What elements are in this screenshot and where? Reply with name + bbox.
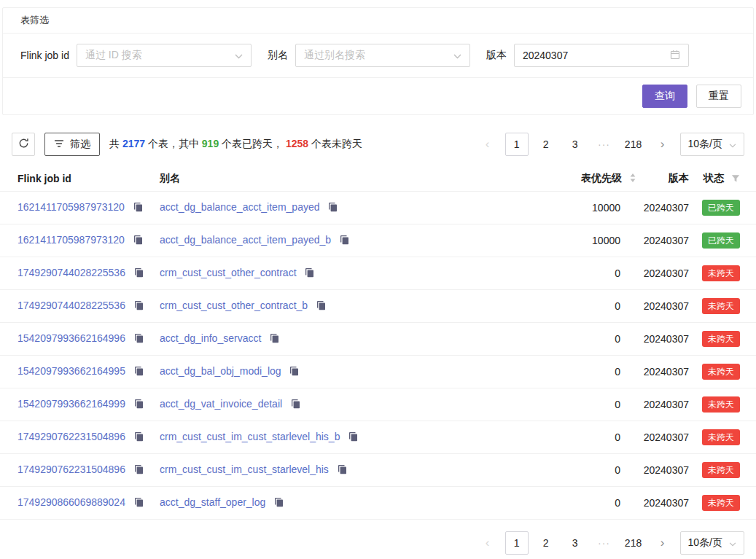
copy-icon[interactable] xyxy=(134,497,144,509)
flink-job-id-cell: 1749290762231504896 xyxy=(0,454,160,487)
flink-job-id-link[interactable]: 1749290762231504896 xyxy=(17,431,125,442)
header-priority-label: 表优先级 xyxy=(581,172,622,184)
reset-button[interactable]: 重置 xyxy=(696,85,741,108)
copy-icon[interactable] xyxy=(134,267,144,280)
alias-link[interactable]: acct_dg_balance_acct_item_payed_b xyxy=(160,234,331,246)
copy-icon[interactable] xyxy=(133,235,143,247)
toolbar: 筛选 共 2177 个表，其中 919 个表已跨天， 1258 个表未跨天 ‹ … xyxy=(12,133,744,156)
pagination-page[interactable]: 1 xyxy=(505,531,529,555)
pagination-page[interactable]: 2 xyxy=(534,531,558,555)
priority-cell: 0 xyxy=(527,257,636,290)
pagination-page[interactable]: 3 xyxy=(564,133,587,156)
sort-icon[interactable] xyxy=(626,173,636,185)
table-row: 1542097993662164995 acct_dg_bal_obj_modi… xyxy=(0,356,756,388)
flink-job-id-link[interactable]: 1749290762231504896 xyxy=(17,464,125,475)
status-badge: 未跨天 xyxy=(702,364,740,380)
field-version: 版本 20240307 xyxy=(486,44,689,67)
flink-job-id-label: Flink job id xyxy=(20,50,69,61)
copy-icon[interactable] xyxy=(338,464,347,477)
priority-cell: 0 xyxy=(527,290,636,323)
flink-job-id-link[interactable]: 1749290744028225536 xyxy=(17,267,125,278)
flink-job-id-select[interactable]: 通过 ID 搜索 xyxy=(77,44,252,67)
copy-icon[interactable] xyxy=(289,366,299,378)
page-size-value: 10条/页 xyxy=(688,138,722,151)
pagination-page-last[interactable]: 218 xyxy=(622,531,645,555)
copy-icon[interactable] xyxy=(270,333,279,345)
copy-icon[interactable] xyxy=(328,202,338,214)
version-cell: 20240307 xyxy=(636,487,695,520)
table-row: 1749290744028225536 crm_cust_cust_other_… xyxy=(0,257,756,290)
copy-icon[interactable] xyxy=(340,235,349,247)
page-size-select[interactable]: 10条/页 xyxy=(680,531,744,555)
pagination-next[interactable]: › xyxy=(651,531,674,555)
flink-job-id-link[interactable]: 1542097993662164999 xyxy=(17,398,125,410)
copy-icon[interactable] xyxy=(348,431,358,444)
pagination-bottom: ‹ 1 2 3 ··· 218 › 10条/页 xyxy=(476,531,744,555)
version-cell: 20240307 xyxy=(636,192,695,224)
summary-mid1: 个表，其中 xyxy=(145,138,202,149)
alias-cell: crm_cust_cust_im_cust_starlevel_his_b xyxy=(160,421,527,454)
flink-job-id-link[interactable]: 1542097993662164995 xyxy=(17,365,125,377)
alias-link[interactable]: acct_dg_bal_obj_modi_log xyxy=(160,365,281,377)
header-version: 版本 xyxy=(636,166,695,192)
alias-link[interactable]: acct_dg_balance_acct_item_payed xyxy=(160,201,320,213)
field-alias: 别名 通过别名搜索 xyxy=(268,44,470,67)
filter-button-label: 筛选 xyxy=(70,138,90,151)
flink-job-id-link[interactable]: 1749290866069889024 xyxy=(17,496,125,508)
version-date-input[interactable]: 20240307 xyxy=(514,44,689,67)
alias-link[interactable]: crm_cust_cust_other_contract xyxy=(160,267,297,278)
table-row: 1749290866069889024 acct_dg_staff_oper_l… xyxy=(0,487,756,520)
filter-buttons-row: 查询 重置 xyxy=(3,77,753,114)
alias-link[interactable]: acct_dg_vat_invoice_detail xyxy=(160,398,282,410)
table-row: 1749290744028225536 crm_cust_cust_other_… xyxy=(0,290,756,323)
pagination-ellipsis[interactable]: ··· xyxy=(593,537,616,549)
copy-icon[interactable] xyxy=(291,399,300,411)
column-filter-icon[interactable] xyxy=(728,173,740,185)
filter-card-title: 表筛选 xyxy=(3,8,753,34)
copy-icon[interactable] xyxy=(134,300,144,313)
pagination-page[interactable]: 2 xyxy=(534,133,558,156)
copy-icon[interactable] xyxy=(316,300,326,313)
alias-link[interactable]: crm_cust_cust_im_cust_starlevel_his_b xyxy=(160,431,340,442)
pagination-page[interactable]: 1 xyxy=(505,133,529,156)
query-button[interactable]: 查询 xyxy=(642,85,687,108)
version-cell: 20240307 xyxy=(636,323,695,356)
alias-link[interactable]: acct_dg_info_servacct xyxy=(160,332,261,344)
status-cell: 未跨天 xyxy=(695,454,756,487)
copy-icon[interactable] xyxy=(134,431,144,444)
pagination-prev[interactable]: ‹ xyxy=(476,133,499,156)
alias-link[interactable]: crm_cust_cust_im_cust_starlevel_his xyxy=(160,464,329,475)
flink-job-id-link[interactable]: 1542097993662164996 xyxy=(17,332,125,344)
pagination-next[interactable]: › xyxy=(651,133,674,156)
copy-icon[interactable] xyxy=(134,399,144,411)
flink-job-id-link[interactable]: 1621411705987973120 xyxy=(17,201,125,213)
header-priority[interactable]: 表优先级 xyxy=(527,166,636,192)
flink-job-id-link[interactable]: 1749290744028225536 xyxy=(17,300,125,311)
pagination-page[interactable]: 3 xyxy=(564,531,587,555)
filter-button[interactable]: 筛选 xyxy=(44,133,100,156)
chevron-down-icon xyxy=(729,537,736,549)
alias-link[interactable]: crm_cust_cust_other_contract_b xyxy=(160,300,308,311)
refresh-button[interactable] xyxy=(12,133,35,156)
pagination-prev[interactable]: ‹ xyxy=(476,531,499,555)
page-size-select[interactable]: 10条/页 xyxy=(680,133,744,156)
version-cell: 20240307 xyxy=(636,224,695,257)
copy-icon[interactable] xyxy=(134,464,144,477)
priority-cell: 0 xyxy=(527,388,636,421)
status-cell: 已跨天 xyxy=(695,224,756,257)
copy-icon[interactable] xyxy=(133,202,143,214)
copy-icon[interactable] xyxy=(134,366,144,378)
flink-job-id-cell: 1542097993662164999 xyxy=(0,388,160,421)
pagination-ellipsis[interactable]: ··· xyxy=(593,138,616,150)
copy-icon[interactable] xyxy=(305,267,314,280)
summary-suffix: 个表未跨天 xyxy=(308,138,362,149)
status-badge: 未跨天 xyxy=(702,265,740,281)
alias-select[interactable]: 通过别名搜索 xyxy=(295,44,470,67)
copy-icon[interactable] xyxy=(274,497,284,509)
flink-job-id-link[interactable]: 1621411705987973120 xyxy=(17,234,125,246)
copy-icon[interactable] xyxy=(134,333,144,345)
alias-link[interactable]: acct_dg_staff_oper_log xyxy=(160,496,265,508)
table-row: 1542097993662164999 acct_dg_vat_invoice_… xyxy=(0,388,756,421)
pagination-page-last[interactable]: 218 xyxy=(622,133,645,156)
status-badge: 未跨天 xyxy=(702,331,740,347)
